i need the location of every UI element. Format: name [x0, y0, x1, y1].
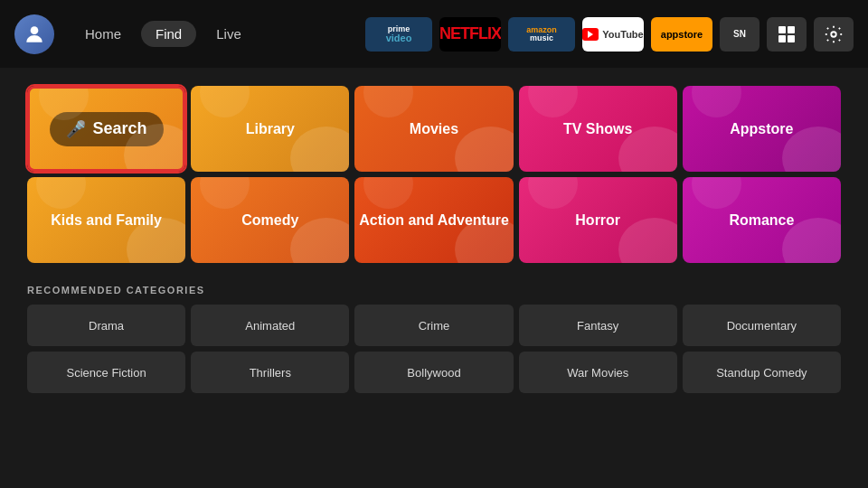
- rec-bollywood[interactable]: Bollywood: [354, 352, 513, 393]
- settings-icon[interactable]: [814, 17, 854, 52]
- rec-war-movies[interactable]: War Movies: [519, 352, 677, 393]
- rec-drama[interactable]: Drama: [27, 305, 185, 346]
- sn-icon[interactable]: SN: [720, 17, 760, 52]
- svg-rect-2: [788, 26, 795, 33]
- rec-fantasy[interactable]: Fantasy: [519, 305, 677, 346]
- svg-rect-4: [788, 35, 795, 42]
- horror-label: Horror: [575, 212, 620, 229]
- search-tile[interactable]: 🎤 Search: [27, 86, 185, 172]
- svg-point-0: [31, 26, 39, 34]
- netflix-icon[interactable]: NETFLIX: [439, 17, 501, 52]
- kids-tile[interactable]: Kids and Family: [27, 177, 185, 263]
- action-tile[interactable]: Action and Adventure: [354, 177, 513, 263]
- rec-thrillers-label: Thrillers: [250, 366, 291, 380]
- tvshows-tile[interactable]: TV Shows: [519, 86, 677, 172]
- nav-home[interactable]: Home: [71, 21, 136, 47]
- comedy-label: Comedy: [241, 212, 298, 229]
- romance-label: Romance: [729, 212, 794, 229]
- appstore-label: appstore: [661, 29, 703, 40]
- search-button[interactable]: 🎤 Search: [50, 112, 164, 146]
- kids-label: Kids and Family: [51, 212, 162, 229]
- appstore-nav-icon[interactable]: appstore: [651, 17, 712, 52]
- rec-war-movies-label: War Movies: [567, 366, 628, 380]
- movies-label: Movies: [410, 121, 458, 137]
- rec-standup-label: Standup Comedy: [716, 366, 807, 380]
- nav-find[interactable]: Find: [141, 21, 196, 47]
- svg-point-5: [831, 32, 836, 37]
- search-label: Search: [93, 119, 147, 138]
- action-label: Action and Adventure: [359, 212, 509, 229]
- rec-drama-label: Drama: [89, 319, 124, 333]
- svg-rect-1: [778, 26, 786, 33]
- navbar: Home Find Live prime video NETFLIX amazo…: [0, 0, 868, 68]
- movies-tile[interactable]: Movies: [354, 86, 513, 172]
- category-grid: 🎤 Search Library Movies TV Shows Appstor…: [27, 86, 841, 263]
- appstore-tile-label: Appstore: [730, 121, 793, 137]
- comedy-tile[interactable]: Comedy: [191, 177, 349, 263]
- rec-thrillers[interactable]: Thrillers: [191, 352, 349, 393]
- horror-tile[interactable]: Horror: [519, 177, 677, 263]
- rec-crime[interactable]: Crime: [354, 305, 513, 346]
- sn-label: SN: [733, 29, 746, 39]
- library-label: Library: [246, 121, 295, 137]
- nav-links: Home Find Live: [71, 21, 256, 47]
- nav-live[interactable]: Live: [202, 21, 256, 47]
- rec-scifi-label: Science Fiction: [67, 366, 146, 380]
- rec-animated-label: Animated: [245, 319, 295, 333]
- rec-standup[interactable]: Standup Comedy: [683, 352, 841, 393]
- youtube-play-icon: [582, 28, 599, 41]
- rec-documentary[interactable]: Documentary: [683, 305, 841, 346]
- youtube-label: YouTube: [602, 29, 643, 40]
- microphone-icon: 🎤: [66, 119, 86, 139]
- rec-documentary-label: Documentary: [727, 319, 797, 333]
- main-content: 🎤 Search Library Movies TV Shows Appstor…: [0, 68, 868, 393]
- rec-scifi[interactable]: Science Fiction: [27, 352, 185, 393]
- recommended-grid: Drama Animated Crime Fantasy Documentary…: [27, 305, 841, 393]
- amazon-music-icon[interactable]: amazon music: [508, 17, 575, 52]
- recommended-title: RECOMMENDED CATEGORIES: [27, 285, 841, 296]
- app-icons-bar: prime video NETFLIX amazon music YouTube…: [365, 17, 854, 52]
- recommended-section: RECOMMENDED CATEGORIES Drama Animated Cr…: [27, 285, 841, 393]
- prime-video-icon[interactable]: prime video: [365, 17, 432, 52]
- tvshows-label: TV Shows: [563, 121, 632, 137]
- romance-tile[interactable]: Romance: [683, 177, 841, 263]
- rec-bollywood-label: Bollywood: [407, 366, 460, 380]
- appstore-tile[interactable]: Appstore: [683, 86, 841, 172]
- rec-fantasy-label: Fantasy: [577, 319, 618, 333]
- rec-crime-label: Crime: [419, 319, 450, 333]
- grid-icon[interactable]: [767, 17, 807, 52]
- library-tile[interactable]: Library: [191, 86, 349, 172]
- svg-rect-3: [778, 35, 786, 42]
- youtube-icon[interactable]: YouTube: [582, 17, 644, 52]
- rec-animated[interactable]: Animated: [191, 305, 349, 346]
- netflix-label: NETFLIX: [439, 24, 501, 43]
- avatar[interactable]: [14, 14, 54, 54]
